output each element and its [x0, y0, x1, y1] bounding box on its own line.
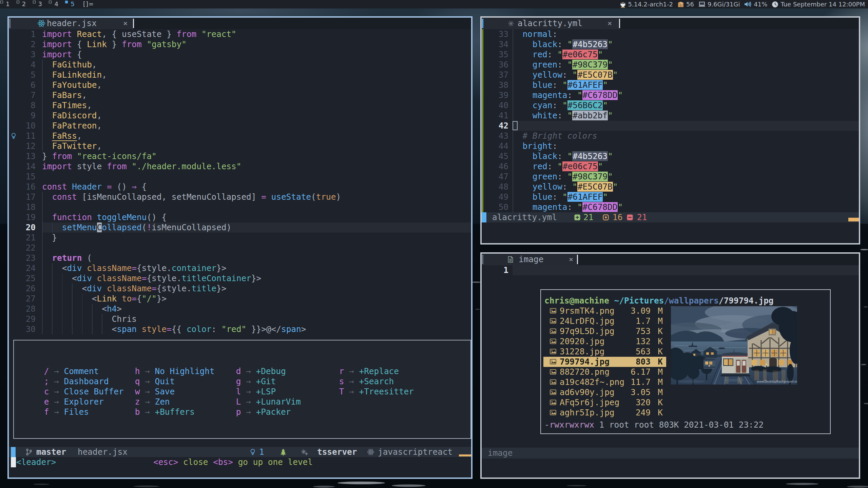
workspace-tag-1[interactable]: 1 — [0, 0, 16, 8]
tabline-cursor — [577, 255, 578, 264]
code-text: import { Link } from "gatsby" — [42, 39, 187, 50]
tabline-cursor — [133, 19, 134, 28]
whichkey-binding-explorer[interactable]: e → Explorer — [39, 397, 124, 407]
whichkey-binding-close-buffer[interactable]: c → Close Buffer — [39, 387, 124, 397]
scroll-progress — [459, 454, 471, 456]
volume-level: 41% — [754, 1, 767, 8]
statusline-filename: alacritty.yml — [492, 212, 557, 222]
image-file-icon — [550, 369, 556, 375]
workspace-tag-3[interactable]: 3 — [33, 0, 49, 8]
whichkey-binding--lunarvim[interactable]: L → +LunarVim — [231, 397, 301, 407]
tab-alacritty-yml[interactable]: alacritty.yml × — [482, 18, 619, 29]
whichkey-binding-zen[interactable]: z → Zen — [130, 397, 215, 407]
file-row-AFq5r6j-jpeg[interactable]: AFq5r6j.jpeg320K — [543, 397, 666, 408]
file-size-unit: K — [658, 357, 663, 367]
workspace-tag-4[interactable]: 4 — [49, 0, 65, 8]
binding-key: c — [39, 387, 49, 397]
code-text: normal: — [513, 29, 557, 39]
whichkey-binding--git[interactable]: g → +Git — [231, 376, 301, 387]
code-line-43: 43 # Bright colors — [482, 131, 859, 141]
tab-indicator — [9, 19, 11, 28]
code-line-27: 27 <Link to={"/"}> — [9, 294, 471, 304]
line-number: 19 — [9, 212, 36, 222]
file-row-9rsmTK4-png[interactable]: 9rsmTK4.png3.09M — [543, 306, 666, 316]
file-name: 882720.png — [560, 367, 610, 377]
file-size-unit: K — [658, 347, 663, 357]
file-row-aghr5Ip-jpg[interactable]: aghr5Ip.jpg249K — [543, 408, 666, 418]
code-text: import style from "./header.module.less" — [42, 161, 241, 172]
tab-close-icon[interactable]: × — [607, 18, 612, 28]
whichkey-binding--treesitter[interactable]: T → +Treesitter — [334, 387, 414, 397]
code-text: } — [42, 233, 57, 243]
bufferline-topright: alacritty.yml × — [482, 18, 859, 29]
whichkey-binding--replace[interactable]: r → +Replace — [334, 366, 414, 376]
tab-header-jsx[interactable]: header.jsx × — [9, 18, 133, 29]
hint-text: go up one level — [233, 457, 313, 467]
whichkey-binding--buffers[interactable]: b → +Buffers — [130, 407, 215, 417]
code-text: bright: — [513, 141, 557, 151]
path-mid: /wallpapers — [664, 296, 719, 306]
layout-symbol[interactable]: []= — [83, 0, 94, 7]
file-row-31228-jpg[interactable]: 31228.jpg563K — [543, 347, 666, 357]
color-swatch: #e06c75 — [562, 161, 598, 171]
workspace-indicator-square — [0, 1, 3, 3]
image-file-icon — [550, 318, 556, 324]
file-size: 753 — [620, 326, 651, 336]
line-number: 21 — [9, 233, 36, 243]
whichkey-binding--packer[interactable]: p → +Packer — [231, 407, 301, 417]
whichkey-binding-quit[interactable]: q → Quit — [130, 376, 215, 387]
code-line-10: 10 FaPatreon, — [9, 121, 471, 131]
workspace-tag-5[interactable]: 5 — [65, 0, 81, 8]
file-size-unit: M — [658, 316, 663, 326]
file-row-24LrDFQ-jpg[interactable]: 24LrDFQ.jpg1.7M — [543, 316, 666, 326]
workspace-number: 5 — [71, 0, 74, 7]
binding-key: q — [130, 376, 140, 387]
code-text: blue: "#61AFEF" — [513, 80, 608, 90]
line-number: 12 — [9, 141, 36, 151]
arrow-icon: → — [140, 366, 155, 376]
file-row-a19c482f-png[interactable]: a19c482f~.png11.7M — [543, 377, 666, 387]
binding-label: +Git — [256, 376, 276, 386]
workspace-number: 1 — [6, 0, 9, 7]
window-image-preview: image × 1 chris@machine ~/Pictures/wallp… — [480, 252, 860, 479]
workspace-number: 4 — [54, 0, 58, 7]
whichkey-binding-comment[interactable]: / → Comment — [39, 366, 124, 376]
diff-added-icon — [574, 214, 581, 221]
statusline-left: master header.jsx 1 — [9, 447, 471, 457]
tab-close-icon[interactable]: × — [123, 18, 128, 28]
code-line-19: 19 function toggleMenu() { — [9, 212, 471, 222]
file-row-20920-jpg[interactable]: 20920.jpg132K — [543, 336, 666, 347]
diff-removed-count: 21 — [637, 212, 647, 222]
binding-label: +Treesitter — [359, 387, 414, 396]
image-file-icon — [550, 399, 556, 405]
git-branch-name[interactable]: master — [36, 447, 66, 457]
arrow-icon: → — [344, 387, 359, 396]
whichkey-binding-no-highlight[interactable]: h → No Highlight — [130, 366, 215, 376]
tab-close-icon[interactable]: × — [569, 254, 573, 265]
whichkey-binding-save[interactable]: w → Save — [130, 387, 215, 397]
code-line-39: 39 magenta: "#C678DD" — [482, 90, 859, 100]
code-line-38: 38 blue: "#61AFEF" — [482, 80, 859, 90]
file-row-97q9L5D-jpg[interactable]: 97q9L5D.jpg753K — [543, 326, 666, 336]
cmdline-keys: <leader> — [16, 457, 56, 467]
workspace-tag-2[interactable]: 2 — [16, 0, 33, 8]
whichkey-binding--lsp[interactable]: l → +LSP — [231, 387, 301, 397]
arrow-icon: → — [49, 366, 64, 376]
code-text: yellow: "#E5C07B" — [513, 70, 618, 80]
file-list[interactable]: 9rsmTK4.png3.09M24LrDFQ.jpg1.7M97q9L5D.j… — [543, 306, 666, 418]
whichkey-binding--debug[interactable]: d → +Debug — [231, 366, 301, 376]
code-line-1: 1import React, { useState } from "react" — [9, 29, 471, 39]
whichkey-binding--search[interactable]: s → +Search — [334, 376, 414, 387]
line-number: 47 — [482, 172, 508, 182]
file-row-ad6v90y-jpg[interactable]: ad6v90y.jpg3.05M — [543, 387, 666, 397]
file-row-882720-png[interactable]: 882720.png6.17M — [543, 367, 666, 377]
whichkey-binding-dashboard[interactable]: ; → Dashboard — [39, 376, 124, 387]
line-number: 7 — [9, 90, 36, 100]
line-number: 48 — [482, 182, 508, 192]
tab-image[interactable]: image × — [482, 254, 577, 265]
preview-title: chris@machine ~/Pictures/wallpapers/7997… — [544, 296, 774, 306]
file-size-unit: M — [658, 367, 663, 377]
file-row-799794-jpg[interactable]: 799794.jpg803K — [543, 357, 666, 367]
whichkey-binding-files[interactable]: f → Files — [39, 407, 124, 417]
code-text: # Bright colors — [513, 131, 597, 141]
